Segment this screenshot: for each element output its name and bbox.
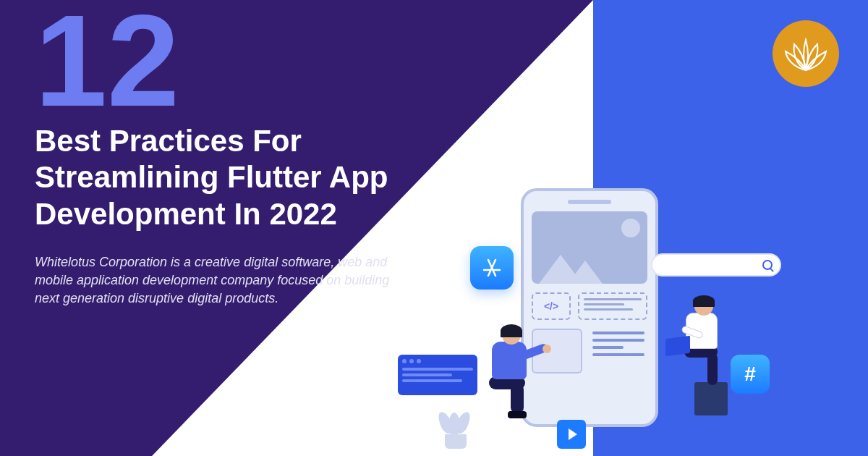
phone-notch <box>568 200 611 204</box>
banner-canvas: 12 Best Practices For Streamlining Flutt… <box>0 0 868 456</box>
description-block <box>578 292 647 320</box>
phone-hero-image <box>532 211 647 284</box>
subheadline-text: Whitelotus Corporation is a creative dig… <box>35 253 404 308</box>
text-lines-block <box>590 329 647 373</box>
person-kneeling <box>470 326 550 442</box>
search-bar <box>651 253 781 276</box>
lotus-icon <box>783 35 829 72</box>
headline-number: 12 <box>35 0 179 135</box>
search-icon <box>762 260 773 270</box>
person-with-laptop <box>665 297 760 434</box>
play-icon <box>557 420 586 449</box>
mini-browser-window <box>398 355 477 395</box>
appstore-icon <box>470 246 514 290</box>
hero-illustration: </> # <box>376 188 781 449</box>
code-block-icon: </> <box>532 292 571 320</box>
company-logo <box>773 20 839 87</box>
